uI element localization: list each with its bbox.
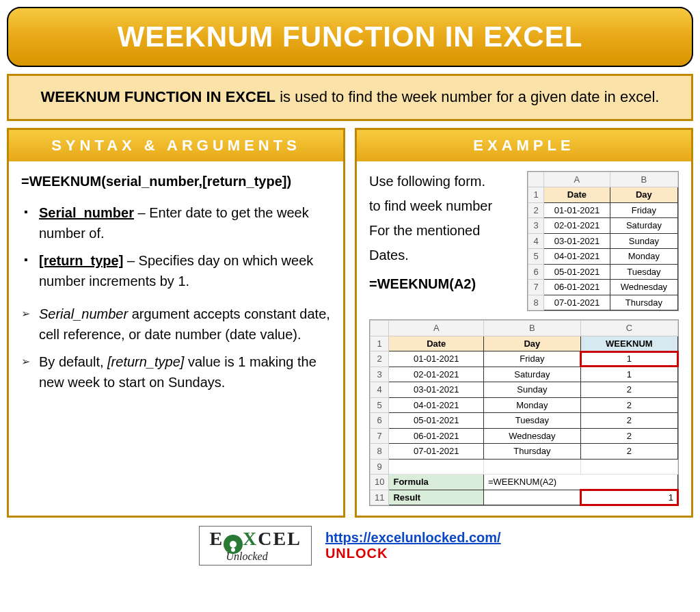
argument-item: Serial_number – Enter date to get the we… <box>21 202 331 243</box>
syntax-header: SYNTAX & ARGUMENTS <box>9 130 343 161</box>
example-table-2: ABC 1DateDayWEEKNUM 201-01-2021Friday1 3… <box>369 319 679 506</box>
argument-item: [return_type] – Specifies day on which w… <box>21 250 331 291</box>
example-formula: =WEEKNUM(A2) <box>369 274 520 294</box>
footer: EXCEL Unlocked https://excelunlocked.com… <box>7 526 693 566</box>
description-box: WEEKNUM FUNCTION IN EXCEL is used to fin… <box>7 74 693 121</box>
description-text: is used to find the week number for a gi… <box>275 88 659 105</box>
highlighted-result-cell: 1 <box>580 490 677 505</box>
example-header: EXAMPLE <box>357 130 691 161</box>
example-table-1: AB 1DateDay 201-01-2021Friday 302-01-202… <box>527 171 679 312</box>
syntax-formula: =WEEKNUM(serial_number,[return_type]) <box>21 171 331 191</box>
footer-url[interactable]: https://excelunlocked.com/ <box>325 530 501 546</box>
description-bold: WEEKNUM FUNCTION IN EXCEL <box>41 88 275 105</box>
title-banner: WEEKNUM FUNCTION IN EXCEL <box>7 7 693 67</box>
example-panel: EXAMPLE Use following form. to find week… <box>355 128 693 518</box>
note-item: Serial_number argument accepts constant … <box>21 304 331 345</box>
footer-unlock: UNLOCK <box>325 546 501 561</box>
example-text: Use following form. to find week number … <box>369 171 520 312</box>
notes-list: Serial_number argument accepts constant … <box>21 304 331 393</box>
note-item: By default, [return_type] value is 1 mak… <box>21 351 331 393</box>
logo: EXCEL Unlocked <box>199 526 312 566</box>
highlighted-cell: 1 <box>580 351 677 367</box>
syntax-panel: SYNTAX & ARGUMENTS =WEEKNUM(serial_numbe… <box>7 128 345 518</box>
argument-list: Serial_number – Enter date to get the we… <box>21 202 331 291</box>
